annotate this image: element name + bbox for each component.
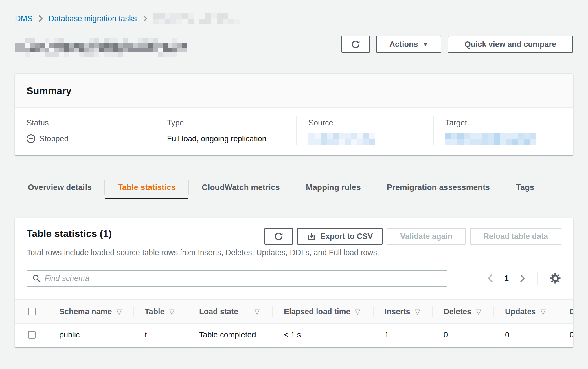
tab-cloudwatch-metrics[interactable]: CloudWatch metrics <box>189 176 293 199</box>
breadcrumb-link-dms[interactable]: DMS <box>15 14 32 23</box>
status-value: Stopped <box>39 134 69 143</box>
tab-premigration-assessments[interactable]: Premigration assessments <box>374 176 503 199</box>
actions-button-label: Actions <box>389 40 418 49</box>
summary-col-type: Type Full load, ongoing replication <box>155 116 296 145</box>
breadcrumb-link-tasks[interactable]: Database migration tasks <box>49 14 137 23</box>
actions-button[interactable]: Actions ▼ <box>376 36 442 53</box>
table-statistics-panel: Table statistics (1) <box>15 218 573 347</box>
refresh-button[interactable] <box>341 36 370 53</box>
cell-table: t <box>133 324 188 346</box>
reload-table-data-button[interactable]: Reload table data <box>470 228 561 245</box>
current-page-number: 1 <box>504 274 509 283</box>
column-header-table[interactable]: Table ▽ <box>133 299 188 324</box>
column-header-ddls[interactable]: DDLs ▽ <box>558 299 573 324</box>
summary-col-target: Target <box>433 116 573 145</box>
table-statistics-buttons: Export to CSV Validate again Reload tabl… <box>264 228 561 245</box>
table-statistics-title: Table statistics (1) <box>27 228 112 239</box>
breadcrumb-current-redacted <box>153 13 240 24</box>
stopped-status-icon <box>27 134 35 143</box>
schema-search-box <box>27 270 447 287</box>
search-icon <box>32 274 41 282</box>
quick-view-compare-label: Quick view and compare <box>464 40 556 49</box>
summary-panel-header: Summary <box>15 74 573 108</box>
summary-col-status: Status Stopped <box>15 116 155 145</box>
table-refresh-button[interactable] <box>264 228 293 245</box>
table-tools-row: 1 <box>27 270 561 287</box>
tab-mapping-rules[interactable]: Mapping rules <box>293 176 374 199</box>
tab-bar: Overview details Table statistics CloudW… <box>15 176 573 199</box>
page-header: Actions ▼ Quick view and compare <box>15 36 573 57</box>
pagination-divider <box>537 272 538 285</box>
source-label: Source <box>308 118 433 127</box>
column-header-updates[interactable]: Updates ▽ <box>493 299 558 324</box>
table-statistics-table: Schema name ▽ Table ▽ Load state ▽ Elaps… <box>15 299 573 346</box>
cell-inserts: 1 <box>373 324 432 346</box>
refresh-icon <box>351 40 360 49</box>
column-header-elapsed-load-time[interactable]: Elapsed load time ▽ <box>272 299 373 324</box>
cell-elapsed-load-time: < 1 s <box>272 324 373 346</box>
quick-view-compare-button[interactable]: Quick view and compare <box>448 36 573 53</box>
select-all-header-cell <box>15 299 48 324</box>
tab-table-statistics[interactable]: Table statistics <box>105 176 188 199</box>
sort-icon: ▽ <box>476 308 481 316</box>
type-label: Type <box>167 118 296 127</box>
cell-updates: 0 <box>493 324 558 346</box>
sort-icon: ▽ <box>415 308 420 316</box>
sort-icon: ▽ <box>169 308 174 316</box>
source-link-redacted[interactable] <box>308 133 375 145</box>
table-statistics-description: Total rows include loaded source table r… <box>27 248 561 257</box>
reload-table-data-label: Reload table data <box>483 232 548 241</box>
chevron-right-icon <box>143 15 147 22</box>
table-statistics-head: Table statistics (1) <box>15 218 573 287</box>
cell-deletes: 0 <box>432 324 493 346</box>
target-label: Target <box>445 118 573 127</box>
chevron-down-icon: ▼ <box>423 42 428 47</box>
cell-ddls: 0 <box>558 324 573 346</box>
chevron-right-icon <box>519 274 525 283</box>
table-preferences-button[interactable] <box>549 272 561 284</box>
column-header-load-state[interactable]: Load state ▽ <box>188 299 272 324</box>
column-header-inserts[interactable]: Inserts ▽ <box>373 299 432 324</box>
chevron-right-icon <box>38 15 43 22</box>
export-to-csv-label: Export to CSV <box>320 232 373 241</box>
column-header-schema-name[interactable]: Schema name ▽ <box>48 299 133 324</box>
column-header-deletes[interactable]: Deletes ▽ <box>432 299 493 324</box>
summary-body: Status Stopped Type Full load, ongoing r… <box>15 108 573 155</box>
download-icon <box>307 232 316 241</box>
validate-again-button[interactable]: Validate again <box>387 228 466 245</box>
sort-icon: ▽ <box>541 308 546 316</box>
sort-icon: ▽ <box>117 308 122 316</box>
tab-tags[interactable]: Tags <box>503 176 547 199</box>
breadcrumb: DMS Database migration tasks <box>0 0 588 24</box>
gear-icon <box>549 272 561 284</box>
target-link-redacted[interactable] <box>445 133 536 145</box>
previous-page-button[interactable] <box>487 274 494 283</box>
validate-again-label: Validate again <box>400 232 452 241</box>
select-all-checkbox[interactable] <box>28 308 36 315</box>
chevron-left-icon <box>487 274 494 283</box>
page-title-redacted <box>15 38 187 57</box>
refresh-icon <box>274 232 283 241</box>
status-badge: Stopped <box>27 134 69 143</box>
row-select-cell <box>15 324 48 346</box>
type-value: Full load, ongoing replication <box>167 133 296 145</box>
summary-title: Summary <box>27 85 71 96</box>
cell-schema-name: public <box>48 324 133 346</box>
summary-col-source: Source <box>296 116 433 145</box>
header-actions: Actions ▼ Quick view and compare <box>341 36 573 53</box>
export-to-csv-button[interactable]: Export to CSV <box>297 228 383 245</box>
sort-icon: ▽ <box>254 308 260 316</box>
sort-icon: ▽ <box>355 308 360 316</box>
status-label: Status <box>27 118 155 127</box>
row-checkbox[interactable] <box>28 331 36 339</box>
tab-overview-details[interactable]: Overview details <box>15 176 104 199</box>
pagination: 1 <box>487 272 561 285</box>
summary-panel: Summary Status Stopped Type Full load, o… <box>15 74 573 155</box>
next-page-button[interactable] <box>519 274 525 283</box>
search-input[interactable] <box>45 274 442 283</box>
cell-load-state: Table completed <box>188 324 272 346</box>
